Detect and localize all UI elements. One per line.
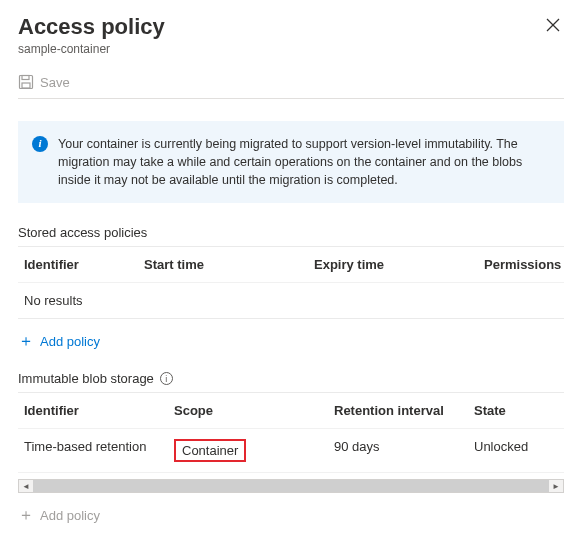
save-button[interactable]: Save <box>18 74 564 99</box>
add-immutable-policy-button: ＋ Add policy <box>18 507 564 523</box>
scroll-track[interactable] <box>33 480 549 492</box>
table-row[interactable]: Time-based retention Container 90 days U… <box>18 429 564 473</box>
cell-state: Unlocked <box>474 439 554 462</box>
cell-scope-highlighted: Container <box>174 439 246 462</box>
col-permissions: Permissions <box>484 257 569 272</box>
save-icon <box>18 74 34 90</box>
stored-policies-heading: Stored access policies <box>18 225 564 240</box>
plus-icon: ＋ <box>18 507 34 523</box>
info-message: Your container is currently being migrat… <box>58 135 548 189</box>
col-identifier: Identifier <box>24 403 174 418</box>
plus-icon: ＋ <box>18 333 34 349</box>
scroll-right-icon[interactable]: ► <box>549 480 563 492</box>
page-title: Access policy <box>18 14 165 40</box>
col-identifier: Identifier <box>24 257 144 272</box>
immutable-table: Identifier Scope Retention interval Stat… <box>18 392 564 473</box>
no-results: No results <box>18 283 564 319</box>
info-icon: i <box>32 136 48 152</box>
immutable-help-icon[interactable]: i <box>160 372 173 385</box>
save-label: Save <box>40 75 70 90</box>
cell-retention: 90 days <box>334 439 474 462</box>
add-policy-label: Add policy <box>40 334 100 349</box>
add-stored-policy-button[interactable]: ＋ Add policy <box>18 333 564 349</box>
close-icon <box>546 18 560 32</box>
svg-rect-4 <box>22 83 30 88</box>
scroll-left-icon[interactable]: ◄ <box>19 480 33 492</box>
add-policy-label: Add policy <box>40 508 100 523</box>
cell-identifier: Time-based retention <box>24 439 174 462</box>
horizontal-scrollbar[interactable]: ◄ ► <box>18 479 564 493</box>
svg-rect-3 <box>22 76 29 80</box>
col-expiry-time: Expiry time <box>314 257 484 272</box>
col-state: State <box>474 403 554 418</box>
close-button[interactable] <box>542 14 564 39</box>
page-subtitle: sample-container <box>18 42 165 56</box>
info-banner: i Your container is currently being migr… <box>18 121 564 203</box>
col-start-time: Start time <box>144 257 314 272</box>
col-scope: Scope <box>174 403 334 418</box>
col-retention: Retention interval <box>334 403 474 418</box>
stored-policies-table: Identifier Start time Expiry time Permis… <box>18 246 564 319</box>
immutable-heading: Immutable blob storage <box>18 371 154 386</box>
